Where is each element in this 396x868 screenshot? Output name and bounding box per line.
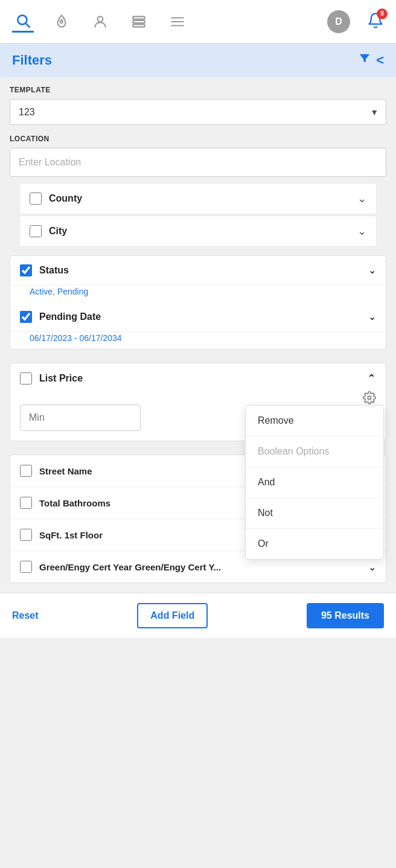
context-menu-boolean-options: Boolean Options bbox=[246, 436, 383, 467]
list-price-checkbox[interactable] bbox=[20, 372, 32, 385]
county-filter-row[interactable]: County ⌄ bbox=[19, 183, 377, 214]
location-input-wrap[interactable] bbox=[10, 148, 386, 177]
total-bathrooms-checkbox[interactable] bbox=[20, 497, 32, 509]
notification-badge: 8 bbox=[377, 8, 388, 19]
notification-bell[interactable]: 8 bbox=[367, 12, 384, 31]
list-price-container: List Price ⌃ Remove Boolean Options And … bbox=[0, 363, 396, 441]
status-label: Status bbox=[39, 265, 69, 276]
context-menu-not[interactable]: Not bbox=[246, 498, 383, 529]
green-cert-checkbox[interactable] bbox=[20, 561, 32, 573]
pending-date-label: Pending Date bbox=[39, 311, 101, 322]
template-label: TEMPLATE bbox=[10, 86, 386, 94]
location-section: LOCATION County ⌄ City ⌄ bbox=[0, 132, 396, 247]
svg-point-9 bbox=[368, 396, 371, 400]
pending-date-chevron-icon: ⌄ bbox=[368, 311, 376, 322]
template-select[interactable]: 123 bbox=[10, 100, 386, 124]
pending-date-row-content: Pending Date bbox=[20, 311, 368, 323]
top-navigation: D 8 bbox=[0, 0, 396, 43]
location-input[interactable] bbox=[10, 148, 386, 176]
person-nav-icon[interactable] bbox=[89, 11, 111, 33]
svg-line-1 bbox=[26, 24, 30, 27]
county-chevron-icon: ⌄ bbox=[357, 192, 366, 205]
status-sub-value: Active, Pending bbox=[10, 287, 386, 302]
min-price-input[interactable] bbox=[20, 404, 141, 431]
svg-rect-4 bbox=[133, 20, 145, 22]
filters-header-icons: < bbox=[358, 52, 384, 69]
location-label: LOCATION bbox=[10, 135, 386, 143]
location-rows: County ⌄ City ⌄ bbox=[19, 183, 377, 247]
add-field-button[interactable]: Add Field bbox=[137, 603, 208, 628]
pending-date-sub-value: 06/17/2023 - 06/17/2034 bbox=[10, 333, 386, 349]
city-checkbox[interactable] bbox=[30, 225, 42, 237]
status-filter-row[interactable]: Status ⌄ bbox=[10, 256, 386, 286]
list-price-chevron-icon: ⌃ bbox=[367, 372, 376, 385]
green-cert-label: Green/Engy Cert Year Green/Engy Cert Y..… bbox=[39, 562, 361, 572]
template-select-wrapper[interactable]: 123 ▼ bbox=[10, 99, 386, 125]
context-menu-and[interactable]: And bbox=[246, 467, 383, 498]
context-menu-remove[interactable]: Remove bbox=[246, 406, 383, 436]
template-section: TEMPLATE 123 ▼ bbox=[0, 77, 396, 125]
list-price-header[interactable]: List Price ⌃ bbox=[10, 363, 386, 391]
city-filter-row[interactable]: City ⌄ bbox=[19, 215, 377, 247]
pending-date-filter-row[interactable]: Pending Date ⌄ bbox=[10, 302, 386, 332]
filter-funnel-icon[interactable] bbox=[358, 52, 371, 69]
svg-rect-5 bbox=[133, 24, 145, 27]
status-pending-group: Status ⌄ Active, Pending Pending Date ⌄ … bbox=[10, 255, 386, 349]
county-checkbox[interactable] bbox=[30, 193, 42, 205]
list-price-label: List Price bbox=[39, 373, 360, 384]
filters-title: Filters bbox=[12, 53, 52, 68]
county-label: County bbox=[49, 193, 350, 204]
fire-nav-icon[interactable] bbox=[51, 11, 72, 33]
results-button[interactable]: 95 Results bbox=[307, 603, 384, 628]
bottom-bar: Reset Add Field 95 Results bbox=[0, 593, 396, 638]
avatar[interactable]: D bbox=[327, 10, 350, 33]
status-chevron-icon: ⌄ bbox=[368, 264, 376, 276]
gear-icon[interactable] bbox=[10, 391, 386, 404]
search-nav-icon[interactable] bbox=[12, 11, 34, 33]
pending-date-checkbox[interactable] bbox=[20, 311, 32, 323]
green-cert-chevron-icon: ⌄ bbox=[368, 561, 376, 573]
context-menu: Remove Boolean Options And Not Or bbox=[245, 405, 384, 560]
city-label: City bbox=[49, 226, 350, 237]
context-menu-or[interactable]: Or bbox=[246, 529, 383, 559]
filter-group-inner: Status ⌄ Active, Pending Pending Date ⌄ … bbox=[10, 256, 386, 349]
street-name-checkbox[interactable] bbox=[20, 465, 32, 477]
status-checkbox[interactable] bbox=[20, 264, 32, 276]
filters-header: Filters < bbox=[0, 43, 396, 77]
svg-rect-3 bbox=[133, 16, 145, 19]
reset-button[interactable]: Reset bbox=[12, 604, 39, 627]
svg-point-2 bbox=[98, 16, 103, 22]
status-row-content: Status bbox=[20, 264, 368, 276]
menu-nav-icon[interactable] bbox=[167, 11, 188, 33]
stack-nav-icon[interactable] bbox=[128, 11, 150, 33]
filters-close-icon[interactable]: < bbox=[376, 53, 384, 68]
city-chevron-icon: ⌄ bbox=[357, 225, 366, 238]
sqft-1st-floor-checkbox[interactable] bbox=[20, 529, 32, 541]
